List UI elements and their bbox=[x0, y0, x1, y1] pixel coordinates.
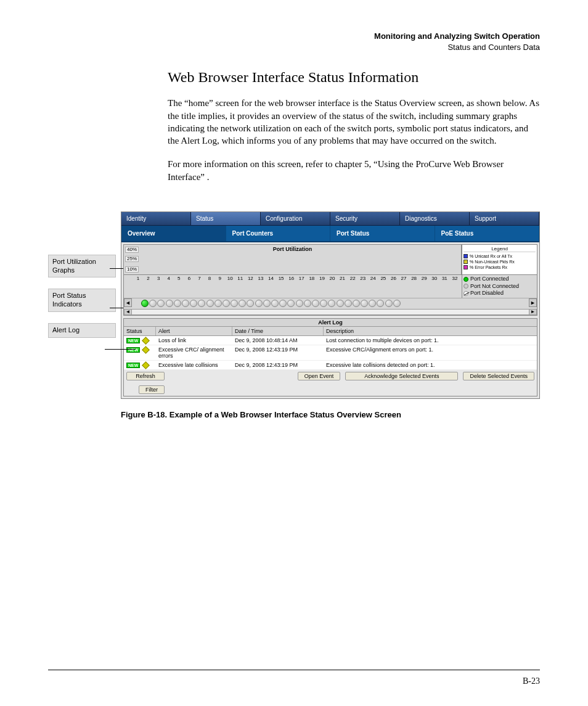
port-dot[interactable] bbox=[182, 300, 189, 307]
port-dot[interactable] bbox=[157, 300, 165, 307]
scrollbar-right-icon[interactable]: ► bbox=[529, 310, 536, 314]
scroll-left-icon[interactable]: ◄ bbox=[124, 298, 132, 307]
scrollbar-track[interactable] bbox=[132, 310, 529, 314]
port-dot[interactable] bbox=[271, 300, 279, 307]
port-dot[interactable] bbox=[263, 300, 271, 307]
port-dot[interactable] bbox=[141, 300, 149, 307]
port-dot[interactable] bbox=[174, 300, 181, 307]
y-tick: 40% bbox=[125, 247, 139, 253]
port-dot[interactable] bbox=[304, 300, 311, 307]
port-dot[interactable] bbox=[255, 300, 263, 307]
figure-caption: Figure B-18. Example of a Web Browser In… bbox=[121, 410, 540, 419]
port-number: 31 bbox=[440, 276, 449, 298]
port-dot[interactable] bbox=[231, 300, 238, 307]
port-dot[interactable] bbox=[239, 300, 246, 307]
screenshot-frame: Identity Status Configuration Security D… bbox=[121, 211, 540, 399]
acknowledge-button[interactable]: Acknowledge Selected Events bbox=[345, 372, 458, 380]
col-alert[interactable]: Alert bbox=[156, 327, 232, 335]
alert-buttons: Refresh Filter Open Event Acknowledge Se… bbox=[124, 370, 537, 396]
callout-port-util: Port Utilization Graphs bbox=[48, 255, 116, 278]
new-badge-icon: NEW bbox=[126, 363, 149, 368]
paragraph-2: For more information on this screen, ref… bbox=[48, 158, 540, 183]
scroll-right-icon[interactable]: ► bbox=[529, 298, 537, 307]
tab-diagnostics[interactable]: Diagnostics bbox=[400, 212, 470, 225]
callout-alert-log: Alert Log bbox=[48, 323, 116, 338]
horizontal-scrollbar[interactable]: ◄ ► bbox=[124, 309, 537, 315]
port-dot[interactable] bbox=[296, 300, 303, 307]
not-connected-dot-icon bbox=[463, 284, 468, 289]
legend-swatch-icon bbox=[463, 254, 468, 258]
tab-configuration[interactable]: Configuration bbox=[261, 212, 330, 225]
port-dot[interactable] bbox=[190, 300, 197, 307]
port-dot[interactable] bbox=[279, 300, 287, 307]
callout-line bbox=[105, 349, 136, 350]
port-number: 24 bbox=[369, 276, 377, 298]
alert-row[interactable]: NEWLoss of linkDec 9, 2008 10:48:14 AMLo… bbox=[124, 336, 537, 345]
alert-row[interactable]: NEWExcessive CRC/ alignment errorsDec 9,… bbox=[124, 345, 537, 361]
tab-security[interactable]: Security bbox=[330, 212, 400, 225]
disabled-dot-icon bbox=[463, 291, 468, 296]
subtab-overview[interactable]: Overview bbox=[121, 226, 226, 241]
scrollbar-left-icon[interactable]: ◄ bbox=[125, 310, 132, 314]
col-date[interactable]: Date / Time bbox=[232, 327, 324, 335]
refresh-button[interactable]: Refresh bbox=[126, 372, 165, 380]
y-tick: 10% bbox=[125, 266, 139, 273]
port-dot[interactable] bbox=[385, 300, 393, 307]
col-status[interactable]: Status bbox=[124, 327, 156, 335]
port-dot[interactable] bbox=[345, 300, 352, 307]
port-number: 21 bbox=[338, 276, 347, 298]
running-head-title: Monitoring and Analyzing Switch Operatio… bbox=[48, 31, 540, 42]
port-dot[interactable] bbox=[337, 300, 344, 307]
subtab-port-status[interactable]: Port Status bbox=[330, 226, 435, 241]
tab-support[interactable]: Support bbox=[470, 212, 539, 225]
new-badge-icon: NEW bbox=[126, 338, 149, 343]
port-dot[interactable] bbox=[166, 300, 173, 307]
paragraph-1: The “home” screen for the web browser in… bbox=[48, 97, 540, 147]
port-number: 19 bbox=[317, 276, 326, 298]
legend-label: Port Not Connected bbox=[470, 283, 519, 290]
port-dot[interactable] bbox=[377, 300, 384, 307]
subtab-poe-status[interactable]: PoE Status bbox=[435, 226, 540, 241]
delete-events-button[interactable]: Delete Selected Events bbox=[463, 372, 534, 380]
port-dot[interactable] bbox=[287, 300, 295, 307]
port-numbers: 1234567891011121314151617181920212223242… bbox=[124, 275, 462, 298]
port-number: 28 bbox=[410, 276, 419, 298]
port-number: 22 bbox=[348, 276, 357, 298]
port-utilization-graph: Port Utilization 40% 25% 10% bbox=[124, 245, 462, 274]
port-dot[interactable] bbox=[149, 300, 157, 307]
alert-row[interactable]: NEWExcessive late collisionsDec 9, 2008 … bbox=[124, 361, 537, 370]
port-dot[interactable] bbox=[198, 300, 205, 307]
port-number: 23 bbox=[359, 276, 367, 298]
legend-label: Port Connected bbox=[470, 276, 509, 283]
col-description[interactable]: Description bbox=[324, 327, 537, 335]
port-dot[interactable] bbox=[312, 300, 319, 307]
port-dot[interactable] bbox=[361, 300, 368, 307]
port-number: 10 bbox=[226, 276, 234, 298]
port-number: 14 bbox=[267, 276, 276, 298]
port-dot[interactable] bbox=[214, 300, 222, 307]
filter-button[interactable]: Filter bbox=[139, 385, 165, 394]
port-dot[interactable] bbox=[353, 300, 360, 307]
port-dot[interactable] bbox=[223, 300, 230, 307]
port-number: 25 bbox=[379, 276, 388, 298]
port-dot[interactable] bbox=[328, 300, 335, 307]
open-event-button[interactable]: Open Event bbox=[298, 372, 341, 380]
port-dot[interactable] bbox=[247, 300, 254, 307]
legend-swatch-icon bbox=[463, 265, 468, 269]
port-dot[interactable] bbox=[393, 300, 401, 307]
tab-status[interactable]: Status bbox=[191, 212, 261, 225]
legend-label: % Non-Unicast Pkts Rx bbox=[470, 259, 515, 265]
port-dots bbox=[132, 298, 529, 309]
tab-identity[interactable]: Identity bbox=[121, 212, 191, 225]
y-tick: 25% bbox=[125, 256, 139, 262]
running-head: Monitoring and Analyzing Switch Operatio… bbox=[48, 31, 540, 53]
callout-port-status: Port Status Indicators bbox=[48, 289, 116, 312]
port-number: 8 bbox=[205, 276, 214, 298]
port-dot[interactable] bbox=[320, 300, 327, 307]
subtab-port-counters[interactable]: Port Counters bbox=[226, 226, 331, 241]
port-dot[interactable] bbox=[369, 300, 376, 307]
port-number: 17 bbox=[297, 276, 306, 298]
alert-log-header: Status Alert Date / Time Description bbox=[124, 327, 537, 336]
port-dot[interactable] bbox=[206, 300, 214, 307]
port-number: 11 bbox=[236, 276, 245, 298]
